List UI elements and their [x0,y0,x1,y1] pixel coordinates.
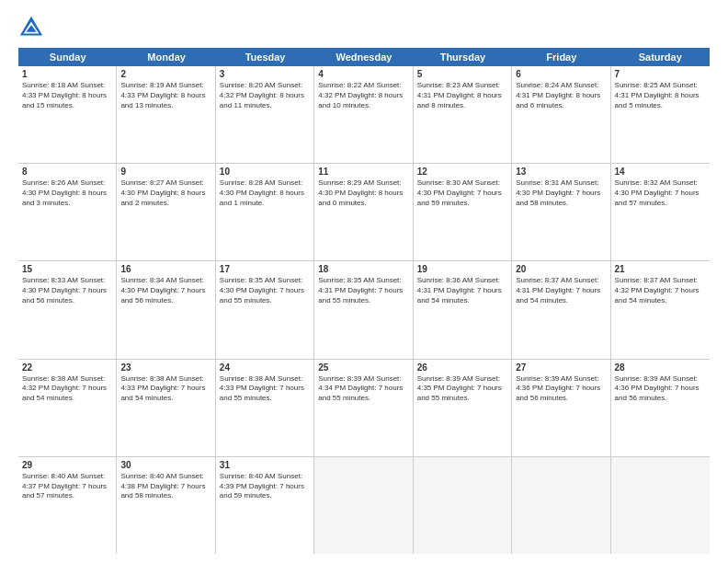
day-number: 24 [220,362,310,373]
day-info: Sunrise: 8:28 AM Sunset: 4:30 PM Dayligh… [220,178,310,208]
day-info: Sunrise: 8:38 AM Sunset: 4:33 PM Dayligh… [220,374,310,404]
calendar-cell [414,457,512,554]
day-info: Sunrise: 8:35 AM Sunset: 4:31 PM Dayligh… [318,276,408,305]
calendar-cell: 11Sunrise: 8:29 AM Sunset: 4:30 PM Dayli… [314,164,413,260]
calendar-cell: 13Sunrise: 8:31 AM Sunset: 4:30 PM Dayli… [512,164,610,260]
day-info: Sunrise: 8:38 AM Sunset: 4:33 PM Dayligh… [120,374,210,404]
day-number: 16 [120,264,210,274]
day-number: 29 [22,460,112,470]
calendar-row-3: 15Sunrise: 8:33 AM Sunset: 4:30 PM Dayli… [18,261,710,359]
day-number: 14 [615,167,706,177]
calendar-cell: 15Sunrise: 8:33 AM Sunset: 4:30 PM Dayli… [18,261,117,358]
calendar-cell: 25Sunrise: 8:39 AM Sunset: 4:34 PM Dayli… [314,360,413,456]
day-info: Sunrise: 8:37 AM Sunset: 4:32 PM Dayligh… [615,276,706,305]
calendar-cell [611,457,710,554]
day-info: Sunrise: 8:40 AM Sunset: 4:37 PM Dayligh… [22,472,112,501]
calendar-cell: 28Sunrise: 8:39 AM Sunset: 4:36 PM Dayli… [611,360,710,456]
calendar-cell: 1Sunrise: 8:18 AM Sunset: 4:33 PM Daylig… [18,66,117,163]
calendar-cell: 26Sunrise: 8:39 AM Sunset: 4:35 PM Dayli… [414,360,512,456]
day-info: Sunrise: 8:27 AM Sunset: 4:30 PM Dayligh… [120,178,210,208]
day-number: 28 [615,362,706,373]
calendar-cell: 24Sunrise: 8:38 AM Sunset: 4:33 PM Dayli… [216,360,314,456]
calendar-cell: 8Sunrise: 8:26 AM Sunset: 4:30 PM Daylig… [18,164,117,260]
day-info: Sunrise: 8:25 AM Sunset: 4:31 PM Dayligh… [615,81,706,110]
calendar-cell: 20Sunrise: 8:37 AM Sunset: 4:31 PM Dayli… [512,261,610,358]
day-number: 8 [22,167,112,177]
header-day-sunday: Sunday [18,48,117,66]
day-info: Sunrise: 8:39 AM Sunset: 4:36 PM Dayligh… [615,374,706,404]
day-info: Sunrise: 8:40 AM Sunset: 4:38 PM Dayligh… [120,472,210,501]
calendar-cell: 4Sunrise: 8:22 AM Sunset: 4:32 PM Daylig… [314,66,413,163]
day-info: Sunrise: 8:39 AM Sunset: 4:36 PM Dayligh… [516,374,606,404]
day-info: Sunrise: 8:29 AM Sunset: 4:30 PM Dayligh… [318,178,408,208]
calendar-cell: 10Sunrise: 8:28 AM Sunset: 4:30 PM Dayli… [216,164,314,260]
day-info: Sunrise: 8:33 AM Sunset: 4:30 PM Dayligh… [22,276,112,305]
calendar-cell: 31Sunrise: 8:40 AM Sunset: 4:39 PM Dayli… [216,457,314,554]
calendar-header: SundayMondayTuesdayWednesdayThursdayFrid… [18,48,710,66]
calendar-row-1: 1Sunrise: 8:18 AM Sunset: 4:33 PM Daylig… [18,66,710,164]
calendar-cell: 27Sunrise: 8:39 AM Sunset: 4:36 PM Dayli… [512,360,610,456]
day-info: Sunrise: 8:18 AM Sunset: 4:33 PM Dayligh… [22,81,112,110]
calendar: SundayMondayTuesdayWednesdayThursdayFrid… [18,48,710,554]
header-day-tuesday: Tuesday [216,48,314,66]
calendar-cell: 5Sunrise: 8:23 AM Sunset: 4:31 PM Daylig… [414,66,512,163]
day-number: 22 [22,362,112,373]
day-number: 30 [120,460,210,470]
calendar-row-4: 22Sunrise: 8:38 AM Sunset: 4:32 PM Dayli… [18,360,710,457]
logo [18,15,48,40]
day-number: 4 [318,69,408,79]
day-number: 3 [220,69,310,79]
day-info: Sunrise: 8:34 AM Sunset: 4:30 PM Dayligh… [120,276,210,305]
day-info: Sunrise: 8:24 AM Sunset: 4:31 PM Dayligh… [516,81,606,110]
day-info: Sunrise: 8:37 AM Sunset: 4:31 PM Dayligh… [516,276,606,305]
page: SundayMondayTuesdayWednesdayThursdayFrid… [0,0,728,563]
calendar-cell: 9Sunrise: 8:27 AM Sunset: 4:30 PM Daylig… [117,164,215,260]
day-info: Sunrise: 8:35 AM Sunset: 4:30 PM Dayligh… [220,276,310,305]
calendar-cell: 6Sunrise: 8:24 AM Sunset: 4:31 PM Daylig… [512,66,610,163]
day-number: 10 [220,167,310,177]
day-info: Sunrise: 8:39 AM Sunset: 4:34 PM Dayligh… [318,374,408,404]
day-number: 31 [220,460,310,470]
day-number: 27 [516,362,606,373]
day-number: 23 [120,362,210,373]
day-info: Sunrise: 8:30 AM Sunset: 4:30 PM Dayligh… [417,178,507,208]
day-number: 6 [516,69,606,79]
day-number: 19 [417,264,507,274]
day-info: Sunrise: 8:20 AM Sunset: 4:32 PM Dayligh… [220,81,310,110]
day-info: Sunrise: 8:31 AM Sunset: 4:30 PM Dayligh… [516,178,606,208]
day-info: Sunrise: 8:39 AM Sunset: 4:35 PM Dayligh… [417,374,507,404]
day-number: 25 [318,362,408,373]
day-number: 2 [120,69,210,79]
day-number: 21 [615,264,706,274]
day-number: 20 [516,264,606,274]
calendar-cell: 29Sunrise: 8:40 AM Sunset: 4:37 PM Dayli… [18,457,117,554]
calendar-cell: 18Sunrise: 8:35 AM Sunset: 4:31 PM Dayli… [314,261,413,358]
calendar-cell: 2Sunrise: 8:19 AM Sunset: 4:33 PM Daylig… [117,66,215,163]
day-number: 15 [22,264,112,274]
calendar-cell: 12Sunrise: 8:30 AM Sunset: 4:30 PM Dayli… [414,164,512,260]
calendar-cell: 14Sunrise: 8:32 AM Sunset: 4:30 PM Dayli… [611,164,710,260]
day-info: Sunrise: 8:22 AM Sunset: 4:32 PM Dayligh… [318,81,408,110]
header-day-wednesday: Wednesday [314,48,413,66]
day-number: 9 [120,167,210,177]
day-number: 11 [318,167,408,177]
calendar-cell: 22Sunrise: 8:38 AM Sunset: 4:32 PM Dayli… [18,360,117,456]
calendar-cell: 7Sunrise: 8:25 AM Sunset: 4:31 PM Daylig… [611,66,710,163]
calendar-cell: 17Sunrise: 8:35 AM Sunset: 4:30 PM Dayli… [216,261,314,358]
day-number: 18 [318,264,408,274]
header-day-friday: Friday [512,48,610,66]
header [18,15,710,40]
calendar-cell [314,457,413,554]
day-number: 17 [220,264,310,274]
day-number: 12 [417,167,507,177]
day-info: Sunrise: 8:38 AM Sunset: 4:32 PM Dayligh… [22,374,112,404]
header-day-saturday: Saturday [611,48,710,66]
calendar-cell: 21Sunrise: 8:37 AM Sunset: 4:32 PM Dayli… [611,261,710,358]
day-info: Sunrise: 8:26 AM Sunset: 4:30 PM Dayligh… [22,178,112,208]
calendar-cell [512,457,610,554]
logo-icon [18,15,44,40]
day-info: Sunrise: 8:23 AM Sunset: 4:31 PM Dayligh… [417,81,507,110]
header-day-thursday: Thursday [414,48,512,66]
calendar-cell: 3Sunrise: 8:20 AM Sunset: 4:32 PM Daylig… [216,66,314,163]
day-number: 5 [417,69,507,79]
